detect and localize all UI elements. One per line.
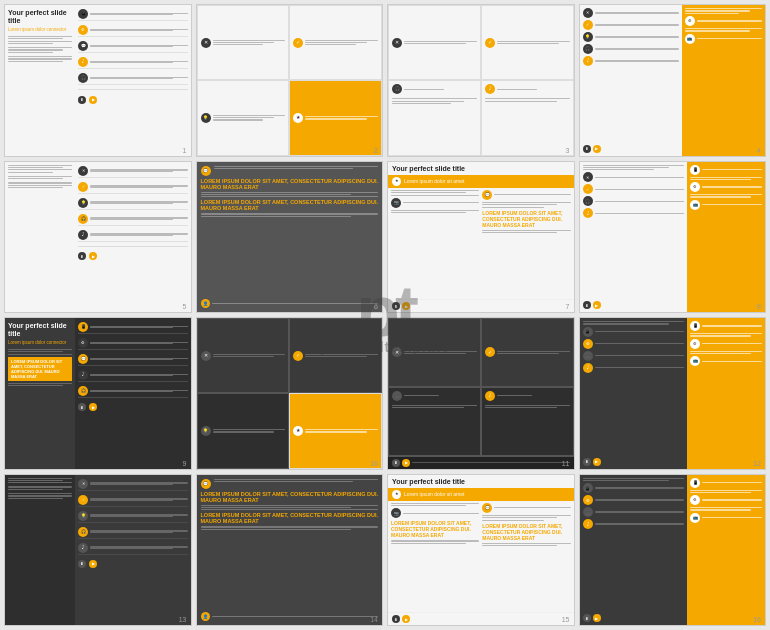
slide-6[interactable]: 💬 LOREM IPSUM DOLOR SIT AMET, CONSECTETU…: [196, 161, 384, 314]
slide-10[interactable]: ✕ ✓ 💡 ★ 🎧 ⚙ 10: [196, 317, 384, 470]
slide-5-number: 5: [183, 303, 187, 310]
slide-grid: Your perfect slide title Lorem ipsum dol…: [0, 0, 770, 630]
slide-9-subtitle: Lorem ipsum dolor connector: [8, 340, 72, 345]
slide-8-number: 8: [757, 303, 761, 310]
slide-15-number: 15: [562, 616, 570, 623]
slide-2-number: 2: [374, 147, 378, 154]
slide-9-lorem: LOREM IPSUM DOLOR SIT AMET, CONSECTETUR …: [11, 359, 69, 379]
slide-6-lorem: LOREM IPSUM DOLOR SIT AMET, CONSECTETUR …: [201, 178, 379, 190]
slide-3[interactable]: ✕ ✓ 🎧 ⤴ ⏸: [387, 4, 575, 157]
slide-15[interactable]: Your perfect slide title ★ Lorem ipsum d…: [387, 474, 575, 627]
slide-14-number: 14: [370, 616, 378, 623]
slide-9-number: 9: [183, 460, 187, 467]
slide-7-title: Your perfect slide title: [392, 165, 570, 173]
slide-15-lorem2: LOREM IPSUM DOLOR SIT AMET, CONSECTETUR …: [391, 520, 479, 538]
slide-2[interactable]: ✕ ✓ 💡 ★ 🎧 ⚙ 2: [196, 4, 384, 157]
slide-11[interactable]: ✕ ✓ 🎧 ⤴: [387, 317, 575, 470]
slide-9[interactable]: Your perfect slide title Lorem ipsum dol…: [4, 317, 192, 470]
slide-16[interactable]: 📱 ⚙ 🎧 ⤴ ⏸ ▶: [579, 474, 767, 627]
slide-8[interactable]: ✕ ✓ 🎧 ⤴ ⏸ ▶: [579, 161, 767, 314]
slide-7[interactable]: Your perfect slide title ★ Lorem ipsum d…: [387, 161, 575, 314]
slide-11-number: 11: [562, 460, 570, 467]
slide-14[interactable]: 💬 LOREM IPSUM DOLOR SIT AMET, CONSECTETU…: [196, 474, 384, 627]
slide-13-number: 13: [179, 616, 187, 623]
slide-3-number: 3: [566, 147, 570, 154]
slide-13[interactable]: ✕ ✓ 💡 🎧 ⤴: [4, 474, 192, 627]
slide-9-title: Your perfect slide title: [8, 322, 72, 339]
slide-6-number: 6: [374, 303, 378, 310]
slide-10-number: 10: [370, 460, 378, 467]
slide-4-number: 4: [757, 147, 761, 154]
slide-16-number: 16: [753, 616, 761, 623]
slide-1-title: Your perfect slide title: [8, 9, 72, 26]
slide-14-lorem2: LOREM IPSUM DOLOR SIT AMET, CONSECTETUR …: [201, 512, 379, 524]
slide-12-number: 12: [753, 460, 761, 467]
slide-12[interactable]: 📱 ⚙ 🎧 ⤴ ⏸ ▶: [579, 317, 767, 470]
slide-7-lorem: Lorem ipsum dolor sit amet: [404, 178, 570, 184]
slide-15-lorem: Lorem ipsum dolor sit amet: [404, 491, 570, 497]
slide-7-lorem2: LOREM IPSUM DOLOR SIT AMET, CONSECTETUR …: [482, 210, 570, 228]
slide-1-number: 1: [183, 147, 187, 154]
slide-5[interactable]: ✕ ✓ 💡 🎧 ⤴: [4, 161, 192, 314]
slide-4[interactable]: ✕ ✓ 💡 🎧 ⤴: [579, 4, 767, 157]
slide-1-subtitle: Lorem ipsum dolor connector: [8, 27, 72, 32]
slide-7-number: 7: [566, 303, 570, 310]
slide-6-lorem2: LOREM IPSUM DOLOR SIT AMET, CONSECTETUR …: [201, 199, 379, 211]
slide-1[interactable]: Your perfect slide title Lorem ipsum dol…: [4, 4, 192, 157]
slide-15-lorem3: LOREM IPSUM DOLOR SIT AMET, CONSECTETUR …: [482, 523, 570, 541]
slide-14-lorem: LOREM IPSUM DOLOR SIT AMET, CONSECTETUR …: [201, 491, 379, 503]
slide-15-title: Your perfect slide title: [392, 478, 570, 486]
